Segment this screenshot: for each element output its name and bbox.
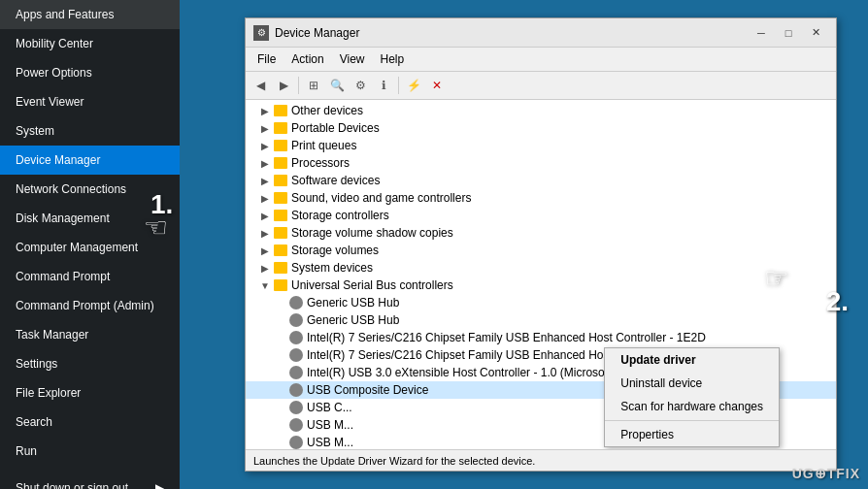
- statusbar: Launches the Update Driver Wizard for th…: [246, 449, 836, 471]
- maximize-button[interactable]: □: [776, 23, 801, 43]
- tree-item-system-devices[interactable]: ▶ System devices: [246, 259, 836, 277]
- sidebar-item-task-manager[interactable]: Task Manager: [0, 320, 180, 349]
- window-title-area: ⚙ Device Manager: [253, 25, 359, 41]
- expand-icon[interactable]: ▶: [257, 225, 273, 241]
- device-tree[interactable]: ▶ Other devices ▶ Portable Devices ▶ Pri…: [246, 100, 836, 449]
- tree-item-storage-volumes[interactable]: ▶ Storage volumes: [246, 242, 836, 259]
- expand-icon[interactable]: ▶: [257, 190, 273, 206]
- sidebar-item-search[interactable]: Search: [0, 408, 180, 437]
- sidebar-item-event-viewer[interactable]: Event Viewer: [0, 87, 180, 116]
- folder-icon: [273, 138, 288, 153]
- usb-icon: [288, 295, 304, 310]
- sidebar-item-apps-features[interactable]: Apps and Features: [0, 0, 180, 29]
- sidebar-item-power-options[interactable]: Power Options: [0, 58, 180, 87]
- device-manager-window: ⚙ Device Manager ─ □ ✕ File Action View …: [245, 17, 837, 472]
- usb-icon: [288, 435, 304, 449]
- usb-icon: [288, 347, 304, 363]
- menu-file[interactable]: File: [250, 49, 284, 69]
- folder-icon: [273, 155, 288, 171]
- expand-icon[interactable]: ▶: [257, 155, 273, 171]
- context-menu: Update driver Uninstall device Scan for …: [604, 347, 780, 447]
- usb-icon: [288, 365, 304, 380]
- device-manager-icon: ⚙: [253, 25, 269, 41]
- expand-icon[interactable]: ▼: [257, 277, 273, 293]
- menu-action[interactable]: Action: [284, 49, 331, 69]
- menu-help[interactable]: Help: [373, 49, 413, 69]
- menubar: File Action View Help: [246, 48, 836, 72]
- folder-icon: [273, 190, 288, 206]
- usb-icon: [288, 400, 304, 415]
- tree-item-software-devices[interactable]: ▶ Software devices: [246, 172, 836, 189]
- expand-icon[interactable]: ▶: [257, 208, 273, 223]
- window-controls: ─ □ ✕: [749, 23, 828, 43]
- context-uninstall-device[interactable]: Uninstall device: [605, 372, 779, 395]
- menu-view[interactable]: View: [332, 49, 373, 69]
- toolbar-btn3[interactable]: ⚙: [350, 75, 371, 96]
- tree-item-sound[interactable]: ▶ Sound, video and game controllers: [246, 189, 836, 207]
- toolbar-forward[interactable]: ▶: [273, 75, 294, 96]
- close-button[interactable]: ✕: [803, 23, 828, 43]
- tree-item-other-devices[interactable]: ▶ Other devices: [246, 102, 836, 119]
- expand-icon[interactable]: ▶: [257, 103, 273, 118]
- sidebar-item-settings[interactable]: Settings: [0, 349, 180, 378]
- tree-item-usb-controllers[interactable]: ▼ Universal Serial Bus controllers: [246, 277, 836, 294]
- toolbar-btn1[interactable]: ⊞: [303, 75, 324, 96]
- folder-icon: [273, 120, 288, 136]
- usb-icon: [288, 382, 304, 398]
- expand-icon[interactable]: ▶: [257, 173, 273, 188]
- folder-icon: [273, 277, 288, 293]
- tree-item-storage-controllers[interactable]: ▶ Storage controllers: [246, 207, 836, 224]
- start-menu: Apps and Features Mobility Center Power …: [0, 0, 180, 489]
- sidebar-item-command-prompt[interactable]: Command Prompt: [0, 262, 180, 291]
- sidebar-item-run[interactable]: Run: [0, 437, 180, 466]
- toolbar-sep1: [298, 77, 299, 94]
- tree-item-print-queues[interactable]: ▶ Print queues: [246, 137, 836, 154]
- window-titlebar: ⚙ Device Manager ─ □ ✕: [246, 18, 836, 48]
- expand-icon[interactable]: ▶: [257, 120, 273, 136]
- cursor-hand-right-icon: ☞: [764, 262, 788, 294]
- tree-item-generic-hub-1[interactable]: Generic USB Hub: [246, 294, 836, 311]
- toolbar-btn5[interactable]: ⚡: [403, 75, 424, 96]
- tree-item-intel-1e2d[interactable]: Intel(R) 7 Series/C216 Chipset Family US…: [246, 329, 836, 346]
- toolbar-btn4[interactable]: ℹ: [373, 75, 394, 96]
- tree-item-storage-shadow[interactable]: ▶ Storage volume shadow copies: [246, 224, 836, 242]
- expand-icon[interactable]: ▶: [257, 260, 273, 276]
- tree-item-portable[interactable]: ▶ Portable Devices: [246, 119, 836, 137]
- toolbar-btn6[interactable]: ✕: [426, 75, 448, 96]
- status-text: Launches the Update Driver Wizard for th…: [253, 455, 535, 467]
- tree-item-generic-hub-2[interactable]: Generic USB Hub: [246, 311, 836, 329]
- cursor-hand-icon: ☞: [144, 212, 168, 244]
- toolbar: ◀ ▶ ⊞ 🔍 ⚙ ℹ ⚡ ✕: [246, 72, 836, 100]
- toolbar-back[interactable]: ◀: [250, 75, 271, 96]
- context-scan-hardware[interactable]: Scan for hardware changes: [605, 395, 779, 418]
- minimize-button[interactable]: ─: [749, 23, 774, 43]
- window-title: Device Manager: [275, 26, 359, 40]
- folder-icon: [273, 208, 288, 223]
- folder-icon: [273, 225, 288, 241]
- usb-icon: [288, 417, 304, 433]
- toolbar-sep2: [398, 77, 399, 94]
- usb-icon: [288, 330, 304, 345]
- context-properties[interactable]: Properties: [605, 423, 779, 446]
- expand-icon[interactable]: ▶: [257, 138, 273, 153]
- toolbar-btn2[interactable]: 🔍: [326, 75, 348, 96]
- tree-item-processors[interactable]: ▶ Processors: [246, 154, 836, 172]
- step2-label: 2.: [826, 286, 849, 317]
- folder-icon: [273, 103, 288, 118]
- sidebar-item-shutdown[interactable]: Shut down or sign out ▶: [0, 473, 180, 489]
- usb-icon: [288, 312, 304, 328]
- expand-icon[interactable]: ▶: [257, 243, 273, 258]
- sidebar-item-system[interactable]: System: [0, 116, 180, 146]
- context-update-driver[interactable]: Update driver: [605, 348, 779, 372]
- sidebar-item-device-manager[interactable]: Device Manager: [0, 146, 180, 175]
- watermark: UG⊕TFIX: [792, 466, 860, 481]
- context-separator: [605, 420, 779, 421]
- sidebar-item-command-prompt-admin[interactable]: Command Prompt (Admin): [0, 291, 180, 320]
- folder-icon: [273, 260, 288, 276]
- sidebar-item-file-explorer[interactable]: File Explorer: [0, 378, 180, 408]
- folder-icon: [273, 243, 288, 258]
- sidebar-item-mobility-center[interactable]: Mobility Center: [0, 29, 180, 58]
- folder-icon: [273, 173, 288, 188]
